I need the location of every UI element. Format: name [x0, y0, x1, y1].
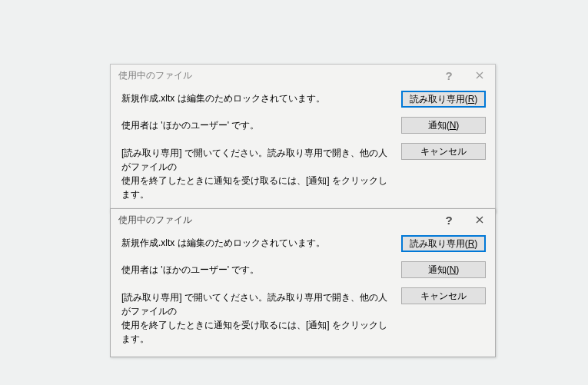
message-locked: 新規作成.xltx は編集のためロックされています。 [121, 92, 392, 105]
message-line: 使用を終了したときに通知を受け取るには、[通知] をクリックします。 [121, 175, 387, 200]
button-column: 読み取り専用(R) 通知(N) キャンセル [401, 235, 486, 346]
help-icon[interactable]: ? [434, 65, 464, 86]
file-in-use-dialog: 使用中のファイル ? 新規作成.xltx は編集のためロックされています。 使用… [110, 208, 496, 357]
notify-button[interactable]: 通知(N) [401, 261, 486, 278]
message-user: 使用者は 'ほかのユーザー' です。 [121, 119, 392, 132]
message-instructions: [読み取り専用] で開いてください。読み取り専用で開き、他の人がファイルの 使用… [121, 146, 392, 201]
read-only-button[interactable]: 読み取り専用(R) [401, 91, 486, 108]
dialog-body: 新規作成.xltx は編集のためロックされています。 使用者は 'ほかのユーザー… [111, 86, 495, 212]
dialog-body: 新規作成.xltx は編集のためロックされています。 使用者は 'ほかのユーザー… [111, 231, 495, 357]
button-label: キャンセル [420, 290, 467, 301]
message-user: 使用者は 'ほかのユーザー' です。 [121, 264, 392, 277]
button-label: 通知( [428, 264, 450, 275]
help-icon[interactable]: ? [434, 209, 464, 231]
message-line: [読み取り専用] で開いてください。読み取り専用で開き、他の人がファイルの [121, 292, 387, 317]
titlebar: 使用中のファイル ? [111, 209, 495, 231]
button-label: キャンセル [420, 146, 467, 157]
cancel-button[interactable]: キャンセル [401, 287, 486, 304]
button-column: 読み取り専用(R) 通知(N) キャンセル [401, 91, 486, 201]
file-in-use-dialog: 使用中のファイル ? 新規作成.xltx は編集のためロックされています。 使用… [110, 64, 496, 213]
button-label: 読み取り専用( [410, 238, 468, 249]
message-instructions: [読み取り専用] で開いてください。読み取り専用で開き、他の人がファイルの 使用… [121, 290, 392, 346]
button-label-tail: ) [456, 120, 459, 131]
message-line: 使用を終了したときに通知を受け取るには、[通知] をクリックします。 [121, 320, 387, 344]
cancel-button[interactable]: キャンセル [401, 143, 486, 160]
message-area: 新規作成.xltx は編集のためロックされています。 使用者は 'ほかのユーザー… [121, 91, 392, 201]
read-only-button[interactable]: 読み取り専用(R) [401, 235, 486, 252]
button-label-tail: ) [474, 238, 477, 249]
message-area: 新規作成.xltx は編集のためロックされています。 使用者は 'ほかのユーザー… [121, 235, 392, 346]
button-label: 読み取り専用( [410, 94, 468, 105]
dialog-title: 使用中のファイル [118, 69, 434, 82]
button-label: 通知( [428, 120, 450, 131]
titlebar: 使用中のファイル ? [111, 65, 495, 86]
close-icon[interactable] [464, 65, 495, 86]
message-locked: 新規作成.xltx は編集のためロックされています。 [121, 237, 392, 250]
button-label-tail: ) [456, 264, 459, 275]
close-icon[interactable] [464, 209, 495, 231]
button-label-tail: ) [474, 94, 477, 105]
message-line: [読み取り専用] で開いてください。読み取り専用で開き、他の人がファイルの [121, 148, 387, 172]
notify-button[interactable]: 通知(N) [401, 117, 486, 134]
dialog-title: 使用中のファイル [118, 214, 434, 227]
